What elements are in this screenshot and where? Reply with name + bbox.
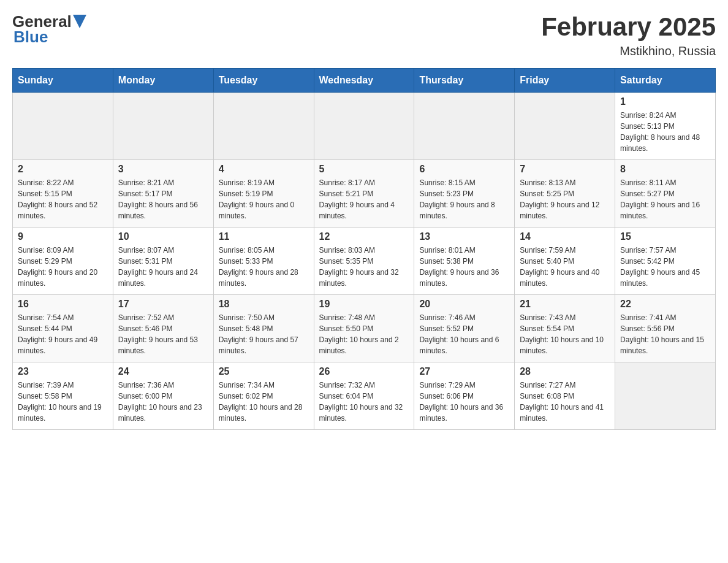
logo-blue: Blue	[13, 28, 48, 47]
day-number: 13	[419, 231, 509, 242]
day-info: Sunrise: 7:52 AMSunset: 5:46 PMDaylight:…	[118, 312, 208, 356]
logo: General Blue	[12, 12, 86, 47]
month-title: February 2025	[541, 12, 716, 42]
day-number: 23	[18, 366, 108, 377]
day-number: 21	[520, 299, 610, 310]
day-number: 20	[419, 299, 509, 310]
day-number: 1	[620, 96, 710, 107]
day-number: 6	[419, 164, 509, 175]
table-row	[615, 362, 716, 430]
day-info: Sunrise: 7:59 AMSunset: 5:40 PMDaylight:…	[520, 245, 610, 289]
day-number: 14	[520, 231, 610, 242]
title-section: February 2025 Mstikhino, Russia	[541, 12, 716, 58]
table-row: 10Sunrise: 8:07 AMSunset: 5:31 PMDayligh…	[113, 228, 213, 295]
calendar-table: Sunday Monday Tuesday Wednesday Thursday…	[12, 68, 716, 430]
day-info: Sunrise: 7:57 AMSunset: 5:42 PMDaylight:…	[620, 245, 710, 289]
table-row: 20Sunrise: 7:46 AMSunset: 5:52 PMDayligh…	[414, 295, 515, 362]
day-number: 19	[319, 299, 409, 310]
day-number: 2	[18, 164, 108, 175]
table-row: 8Sunrise: 8:11 AMSunset: 5:27 PMDaylight…	[615, 160, 716, 228]
day-info: Sunrise: 7:36 AMSunset: 6:00 PMDaylight:…	[118, 380, 208, 424]
day-number: 7	[520, 164, 610, 175]
week-row-5: 23Sunrise: 7:39 AMSunset: 5:58 PMDayligh…	[13, 362, 716, 430]
day-info: Sunrise: 7:54 AMSunset: 5:44 PMDaylight:…	[18, 312, 108, 356]
day-info: Sunrise: 8:03 AMSunset: 5:35 PMDaylight:…	[319, 245, 409, 289]
header-wednesday: Wednesday	[314, 69, 414, 93]
week-row-2: 2Sunrise: 8:22 AMSunset: 5:15 PMDaylight…	[13, 160, 716, 228]
day-info: Sunrise: 7:50 AMSunset: 5:48 PMDaylight:…	[219, 312, 309, 356]
day-number: 25	[219, 366, 309, 377]
day-info: Sunrise: 8:11 AMSunset: 5:27 PMDaylight:…	[620, 177, 710, 221]
day-info: Sunrise: 8:01 AMSunset: 5:38 PMDaylight:…	[419, 245, 509, 289]
weekday-header-row: Sunday Monday Tuesday Wednesday Thursday…	[13, 69, 716, 93]
svg-marker-0	[73, 15, 86, 28]
day-number: 5	[319, 164, 409, 175]
table-row: 14Sunrise: 7:59 AMSunset: 5:40 PMDayligh…	[515, 228, 615, 295]
day-number: 16	[18, 299, 108, 310]
day-info: Sunrise: 8:17 AMSunset: 5:21 PMDaylight:…	[319, 177, 409, 221]
day-info: Sunrise: 7:34 AMSunset: 6:02 PMDaylight:…	[219, 380, 309, 424]
week-row-4: 16Sunrise: 7:54 AMSunset: 5:44 PMDayligh…	[13, 295, 716, 362]
table-row: 28Sunrise: 7:27 AMSunset: 6:08 PMDayligh…	[515, 362, 615, 430]
day-info: Sunrise: 8:15 AMSunset: 5:23 PMDaylight:…	[419, 177, 509, 221]
table-row: 19Sunrise: 7:48 AMSunset: 5:50 PMDayligh…	[314, 295, 414, 362]
table-row: 25Sunrise: 7:34 AMSunset: 6:02 PMDayligh…	[213, 362, 314, 430]
table-row	[414, 93, 515, 160]
day-number: 18	[219, 299, 309, 310]
day-number: 27	[419, 366, 509, 377]
header-thursday: Thursday	[414, 69, 515, 93]
table-row	[515, 93, 615, 160]
day-number: 11	[219, 231, 309, 242]
day-number: 10	[118, 231, 208, 242]
table-row: 21Sunrise: 7:43 AMSunset: 5:54 PMDayligh…	[515, 295, 615, 362]
day-number: 22	[620, 299, 710, 310]
day-info: Sunrise: 7:39 AMSunset: 5:58 PMDaylight:…	[18, 380, 108, 424]
day-number: 9	[18, 231, 108, 242]
table-row: 4Sunrise: 8:19 AMSunset: 5:19 PMDaylight…	[213, 160, 314, 228]
day-info: Sunrise: 7:32 AMSunset: 6:04 PMDaylight:…	[319, 380, 409, 424]
day-info: Sunrise: 8:09 AMSunset: 5:29 PMDaylight:…	[18, 245, 108, 289]
table-row: 12Sunrise: 8:03 AMSunset: 5:35 PMDayligh…	[314, 228, 414, 295]
table-row: 15Sunrise: 7:57 AMSunset: 5:42 PMDayligh…	[615, 228, 716, 295]
table-row: 16Sunrise: 7:54 AMSunset: 5:44 PMDayligh…	[13, 295, 113, 362]
table-row: 6Sunrise: 8:15 AMSunset: 5:23 PMDaylight…	[414, 160, 515, 228]
table-row: 5Sunrise: 8:17 AMSunset: 5:21 PMDaylight…	[314, 160, 414, 228]
day-info: Sunrise: 8:05 AMSunset: 5:33 PMDaylight:…	[219, 245, 309, 289]
table-row: 22Sunrise: 7:41 AMSunset: 5:56 PMDayligh…	[615, 295, 716, 362]
day-info: Sunrise: 7:29 AMSunset: 6:06 PMDaylight:…	[419, 380, 509, 424]
day-info: Sunrise: 8:07 AMSunset: 5:31 PMDaylight:…	[118, 245, 208, 289]
day-info: Sunrise: 7:43 AMSunset: 5:54 PMDaylight:…	[520, 312, 610, 356]
location: Mstikhino, Russia	[541, 44, 716, 58]
day-info: Sunrise: 8:22 AMSunset: 5:15 PMDaylight:…	[18, 177, 108, 221]
day-info: Sunrise: 7:27 AMSunset: 6:08 PMDaylight:…	[520, 380, 610, 424]
header-monday: Monday	[113, 69, 213, 93]
table-row: 23Sunrise: 7:39 AMSunset: 5:58 PMDayligh…	[13, 362, 113, 430]
table-row: 27Sunrise: 7:29 AMSunset: 6:06 PMDayligh…	[414, 362, 515, 430]
table-row: 7Sunrise: 8:13 AMSunset: 5:25 PMDaylight…	[515, 160, 615, 228]
day-number: 28	[520, 366, 610, 377]
day-number: 15	[620, 231, 710, 242]
week-row-3: 9Sunrise: 8:09 AMSunset: 5:29 PMDaylight…	[13, 228, 716, 295]
header-tuesday: Tuesday	[213, 69, 314, 93]
day-info: Sunrise: 8:19 AMSunset: 5:19 PMDaylight:…	[219, 177, 309, 221]
day-info: Sunrise: 8:13 AMSunset: 5:25 PMDaylight:…	[520, 177, 610, 221]
table-row: 26Sunrise: 7:32 AMSunset: 6:04 PMDayligh…	[314, 362, 414, 430]
day-number: 4	[219, 164, 309, 175]
table-row: 13Sunrise: 8:01 AMSunset: 5:38 PMDayligh…	[414, 228, 515, 295]
week-row-1: 1Sunrise: 8:24 AMSunset: 5:13 PMDaylight…	[13, 93, 716, 160]
day-info: Sunrise: 7:48 AMSunset: 5:50 PMDaylight:…	[319, 312, 409, 356]
table-row	[13, 93, 113, 160]
page-header: General Blue February 2025 Mstikhino, Ru…	[12, 12, 716, 58]
table-row: 24Sunrise: 7:36 AMSunset: 6:00 PMDayligh…	[113, 362, 213, 430]
table-row: 9Sunrise: 8:09 AMSunset: 5:29 PMDaylight…	[13, 228, 113, 295]
day-info: Sunrise: 7:41 AMSunset: 5:56 PMDaylight:…	[620, 312, 710, 356]
table-row	[213, 93, 314, 160]
table-row: 2Sunrise: 8:22 AMSunset: 5:15 PMDaylight…	[13, 160, 113, 228]
table-row: 18Sunrise: 7:50 AMSunset: 5:48 PMDayligh…	[213, 295, 314, 362]
table-row	[314, 93, 414, 160]
table-row: 1Sunrise: 8:24 AMSunset: 5:13 PMDaylight…	[615, 93, 716, 160]
table-row: 17Sunrise: 7:52 AMSunset: 5:46 PMDayligh…	[113, 295, 213, 362]
day-number: 8	[620, 164, 710, 175]
header-friday: Friday	[515, 69, 615, 93]
day-number: 24	[118, 366, 208, 377]
